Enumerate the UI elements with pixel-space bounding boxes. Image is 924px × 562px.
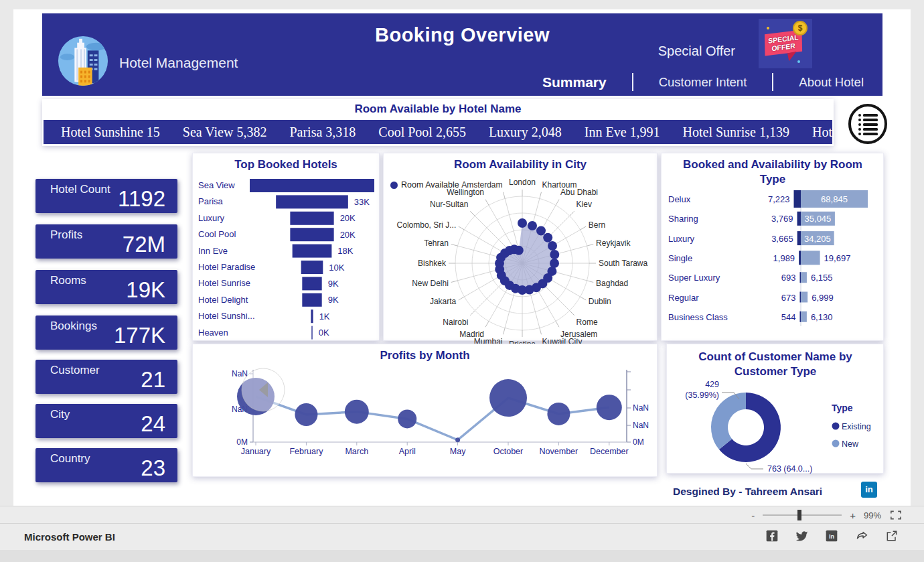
profits-by-month-panel: Profits by Month NaNNaN0MNaNNaN0MJanuary… [192, 344, 658, 477]
zoom-slider-handle[interactable] [797, 510, 801, 520]
booked-value: 693 [781, 273, 796, 283]
radar-point[interactable] [548, 241, 557, 251]
radar-leader [459, 297, 465, 300]
room-available-ticker: Room Available by Hotel Name Hotel Sunsh… [42, 99, 834, 146]
twitter-icon[interactable] [795, 529, 809, 543]
y-tick-label: 0M [633, 437, 644, 447]
radar-leader [485, 200, 489, 206]
zoom-slider[interactable] [763, 514, 842, 516]
zoom-in-button[interactable]: + [850, 510, 856, 521]
radar-leader [581, 297, 587, 300]
month-label: March [345, 447, 368, 456]
kpi-label: Hotel Count [50, 183, 110, 196]
funnel-value: 20K [340, 230, 356, 240]
kpi-card-profits[interactable]: Profits72M [35, 224, 177, 259]
profit-bubble[interactable] [345, 400, 369, 424]
funnel-bar[interactable] [293, 244, 332, 258]
funnel-label: Sea View [198, 180, 235, 190]
funnel-bar[interactable] [301, 261, 323, 274]
funnel-bar[interactable] [311, 309, 313, 323]
facebook-icon[interactable] [765, 529, 779, 543]
list-circle-icon[interactable] [846, 102, 890, 145]
tab-customer-intent[interactable]: Customer Intent [659, 75, 747, 90]
fit-to-page-icon[interactable] [889, 510, 903, 520]
radar-point[interactable] [550, 259, 559, 268]
profits-by-month-chart[interactable]: NaNNaN0MNaNNaN0MJanuaryFebruaryMarchApri… [193, 344, 658, 478]
radar-point[interactable] [514, 246, 524, 255]
zoom-level: 99% [864, 510, 881, 520]
booked-bar[interactable] [797, 212, 801, 226]
available-bar[interactable] [801, 272, 807, 283]
zoom-out-button[interactable]: - [751, 510, 755, 521]
radar-point[interactable] [536, 226, 546, 236]
booked-value: 1,989 [773, 253, 795, 263]
booked-bar[interactable] [800, 292, 801, 303]
radar-city-label: Baghdad [596, 279, 628, 288]
profit-bubble[interactable] [295, 403, 317, 426]
radar-city-label: Bern [589, 220, 605, 230]
funnel-bar[interactable] [276, 195, 348, 208]
booked-bar[interactable] [800, 311, 801, 322]
funnel-bar[interactable] [302, 293, 321, 307]
linkedin-icon[interactable]: in [825, 529, 838, 543]
booked-bar[interactable] [797, 231, 801, 245]
radar-city-label: Abu Dhabi [560, 188, 598, 197]
donut-slice-new[interactable] [711, 393, 746, 449]
funnel-bar[interactable] [250, 179, 374, 192]
radar-point[interactable] [550, 250, 559, 259]
top-booked-hotels-panel: Top Booked Hotels Sea ViewParisa33KLuxur… [192, 153, 380, 341]
customer-type-chart[interactable]: Count of Customer Name byCustomer Type42… [667, 344, 884, 474]
legend-label[interactable]: Existing [842, 422, 871, 431]
tab-about-hotel[interactable]: About Hotel [799, 75, 864, 90]
kpi-card-country[interactable]: Country23 [35, 448, 177, 482]
profit-bubble[interactable] [398, 409, 416, 428]
linkedin-badge-icon[interactable]: in [861, 482, 877, 498]
funnel-bar[interactable] [311, 326, 312, 340]
tab-summary[interactable]: Summary [542, 74, 607, 90]
profit-bubble[interactable] [489, 379, 527, 417]
share-icon[interactable] [854, 529, 869, 543]
kpi-card-rooms[interactable]: Rooms19K [35, 270, 177, 304]
radar-leader [540, 192, 542, 199]
special-offer-badge: SPECIALOFFER $ [759, 19, 812, 68]
available-value: 6,999 [812, 293, 834, 303]
funnel-label: Parisa [198, 196, 224, 206]
radar-leader [451, 281, 458, 283]
profit-bubble[interactable] [547, 403, 570, 425]
radar-point[interactable] [528, 221, 537, 230]
y-tick-label: NaN [633, 403, 649, 413]
booked-bar[interactable] [799, 251, 801, 265]
room-type-chart[interactable]: Booked and Availability by RoomTypeDelux… [662, 153, 884, 342]
popout-icon[interactable] [885, 529, 899, 543]
booked-value: 673 [781, 293, 796, 303]
ticker-item: Hotel Sunrise 1,139 [683, 125, 789, 140]
available-bar[interactable] [801, 251, 820, 265]
kpi-card-city[interactable]: City24 [35, 404, 177, 438]
funnel-bar[interactable] [302, 277, 321, 290]
funnel-bar[interactable] [290, 212, 333, 225]
radar-point[interactable] [518, 218, 527, 228]
legend-label[interactable]: New [842, 439, 859, 449]
booked-bar[interactable] [794, 190, 801, 208]
top-booked-hotels-chart[interactable]: Sea ViewParisa33KLuxury20KCool Pool20KIn… [193, 153, 380, 342]
profit-bubble[interactable] [455, 437, 460, 442]
page-title: Booking Overview [42, 24, 882, 46]
radar-city-label: Bishkek [418, 259, 447, 268]
room-type-panel: Booked and Availability by RoomTypeDelux… [661, 153, 884, 341]
available-bar[interactable] [801, 292, 807, 303]
report-canvas: Hotel Management Booking Overview Specia… [13, 9, 911, 506]
month-label: May [450, 447, 466, 456]
booked-bar[interactable] [800, 272, 801, 283]
kpi-card-customer[interactable]: Customer21 [35, 360, 177, 394]
available-value: 34,205 [804, 234, 831, 244]
radar-point[interactable] [543, 233, 552, 242]
funnel-bar[interactable] [290, 228, 333, 241]
profit-bubble[interactable] [597, 395, 622, 420]
funnel-label: Inn Eve [198, 246, 228, 256]
chart-title: Type [760, 173, 785, 186]
kpi-card-hotel-count[interactable]: Hotel Count1192 [35, 179, 177, 213]
y-tick-label: NaN [633, 421, 649, 430]
kpi-card-bookings[interactable]: Bookings177K [35, 315, 177, 350]
available-bar[interactable] [801, 311, 807, 322]
ticker-marquee[interactable]: Hotel Sunshine 15Sea View 5,382Parisa 3,… [44, 120, 832, 144]
